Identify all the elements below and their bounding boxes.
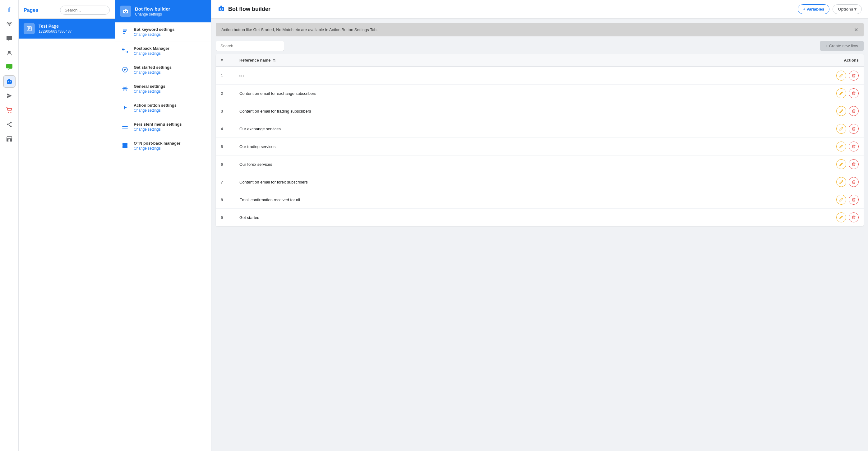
svg-rect-34 bbox=[125, 146, 127, 148]
delete-button[interactable] bbox=[849, 142, 859, 151]
row-num: 3 bbox=[216, 102, 235, 120]
settings-item-postback[interactable]: Postback Manager Change settings bbox=[115, 41, 211, 60]
edit-button[interactable] bbox=[836, 106, 846, 116]
settings-header-title: Bot flow builder bbox=[135, 6, 170, 11]
row-name: su bbox=[235, 66, 693, 85]
facebook-icon[interactable]: f bbox=[3, 4, 16, 16]
settings-item-keyword[interactable]: Bot keyword settings Change settings bbox=[115, 22, 211, 41]
edit-button[interactable] bbox=[836, 177, 846, 187]
svg-rect-39 bbox=[220, 10, 222, 10]
main-header-title: Bot flow builder bbox=[228, 6, 271, 12]
svg-point-7 bbox=[8, 112, 9, 113]
settings-panel-header[interactable]: Bot flow builder Change settings bbox=[115, 0, 211, 22]
settings-icon-persistent bbox=[120, 122, 130, 131]
delete-button[interactable] bbox=[849, 70, 859, 81]
main-header: Bot flow builder + Variables Options ▾ bbox=[211, 0, 868, 19]
settings-link-keyword: Change settings bbox=[134, 32, 175, 37]
send-icon[interactable] bbox=[3, 90, 16, 102]
table-row: 6 Our forex services bbox=[216, 155, 864, 173]
settings-item-action[interactable]: Action button settings Change settings bbox=[115, 98, 211, 117]
table-search-input[interactable] bbox=[216, 41, 284, 51]
delete-button[interactable] bbox=[849, 177, 859, 187]
bot-builder-icon[interactable] bbox=[3, 75, 16, 88]
alert-close-button[interactable]: ✕ bbox=[854, 27, 858, 33]
table-row: 7 Content on email for forex subscribers bbox=[216, 173, 864, 191]
svg-rect-36 bbox=[220, 6, 222, 7]
row-name: Our forex services bbox=[235, 155, 693, 173]
variables-button[interactable]: + Variables bbox=[798, 4, 830, 14]
edit-button[interactable] bbox=[836, 159, 846, 169]
delete-button[interactable] bbox=[849, 124, 859, 134]
row-num: 7 bbox=[216, 173, 235, 191]
svg-point-5 bbox=[10, 82, 10, 83]
edit-button[interactable] bbox=[836, 212, 846, 222]
table-row: 2 Content on email for exchange subscrib… bbox=[216, 85, 864, 102]
green-chat-icon[interactable] bbox=[3, 61, 16, 73]
settings-item-getstarted[interactable]: Get started settings Change settings bbox=[115, 60, 211, 79]
settings-item-otn[interactable]: OTN post-back manager Change settings bbox=[115, 136, 211, 155]
settings-header-icon bbox=[120, 6, 131, 17]
delete-button[interactable] bbox=[849, 212, 859, 222]
row-actions bbox=[693, 173, 864, 191]
chat-icon[interactable] bbox=[3, 32, 16, 45]
options-button[interactable]: Options ▾ bbox=[833, 4, 862, 14]
svg-point-4 bbox=[8, 82, 9, 83]
create-flow-button[interactable]: + Create new flow bbox=[820, 41, 864, 51]
delete-button[interactable] bbox=[849, 106, 859, 116]
row-num: 5 bbox=[216, 138, 235, 155]
svg-point-38 bbox=[222, 8, 223, 10]
settings-text-persistent: Persistent menu settings Change settings bbox=[134, 122, 182, 131]
row-name: Our exchange services bbox=[235, 120, 693, 138]
page-name: Test Page bbox=[38, 24, 72, 29]
row-num: 8 bbox=[216, 191, 235, 209]
table-area: + Create new flow # Reference name ⇅ Act… bbox=[211, 36, 868, 451]
col-name: Reference name ⇅ bbox=[235, 54, 693, 66]
settings-title-getstarted: Get started settings bbox=[134, 65, 172, 70]
delete-button[interactable] bbox=[849, 195, 859, 205]
settings-icon-general bbox=[120, 84, 130, 94]
edit-button[interactable] bbox=[836, 124, 846, 134]
main-content: Bot flow builder + Variables Options ▾ A… bbox=[211, 0, 868, 451]
svg-rect-1 bbox=[6, 64, 12, 68]
row-actions bbox=[693, 102, 864, 120]
settings-item-persistent[interactable]: Persistent menu settings Change settings bbox=[115, 117, 211, 136]
settings-text-postback: Postback Manager Change settings bbox=[134, 46, 169, 56]
table-header-row: # Reference name ⇅ Actions bbox=[216, 54, 864, 66]
cart-icon[interactable] bbox=[3, 104, 16, 116]
user-icon[interactable] bbox=[3, 47, 16, 59]
main-header-icon bbox=[218, 5, 225, 14]
settings-link-action: Change settings bbox=[134, 108, 177, 113]
icon-sidebar: f bbox=[0, 0, 19, 451]
page-item[interactable]: Test Page 1729056637386487 bbox=[19, 19, 115, 38]
svg-point-22 bbox=[124, 11, 125, 12]
edit-button[interactable] bbox=[836, 70, 846, 81]
row-actions bbox=[693, 85, 864, 102]
settings-icon-action bbox=[120, 103, 130, 113]
row-num: 6 bbox=[216, 155, 235, 173]
svg-point-23 bbox=[126, 11, 127, 12]
row-actions bbox=[693, 138, 864, 155]
sort-icon[interactable]: ⇅ bbox=[273, 58, 276, 62]
svg-rect-6 bbox=[8, 83, 10, 83]
table-row: 9 Get started bbox=[216, 209, 864, 227]
wifi-icon[interactable] bbox=[3, 18, 16, 30]
svg-rect-33 bbox=[123, 146, 125, 148]
settings-title-otn: OTN post-back manager bbox=[134, 141, 180, 146]
pages-search-input[interactable] bbox=[60, 6, 110, 14]
edit-button[interactable] bbox=[836, 195, 846, 205]
page-icon bbox=[24, 23, 35, 34]
settings-text-otn: OTN post-back manager Change settings bbox=[134, 141, 180, 151]
settings-item-general[interactable]: General settings Change settings bbox=[115, 79, 211, 98]
delete-button[interactable] bbox=[849, 159, 859, 169]
svg-line-12 bbox=[8, 123, 10, 124]
svg-line-13 bbox=[8, 125, 10, 126]
col-actions: Actions bbox=[693, 54, 864, 66]
header-actions: + Variables Options ▾ bbox=[798, 4, 862, 14]
settings-link-persistent: Change settings bbox=[134, 127, 182, 131]
edit-button[interactable] bbox=[836, 88, 846, 98]
edit-button[interactable] bbox=[836, 142, 846, 151]
share-icon[interactable] bbox=[3, 118, 16, 131]
delete-button[interactable] bbox=[849, 88, 859, 98]
store-icon[interactable] bbox=[3, 132, 16, 145]
pages-title: Pages bbox=[24, 7, 38, 13]
